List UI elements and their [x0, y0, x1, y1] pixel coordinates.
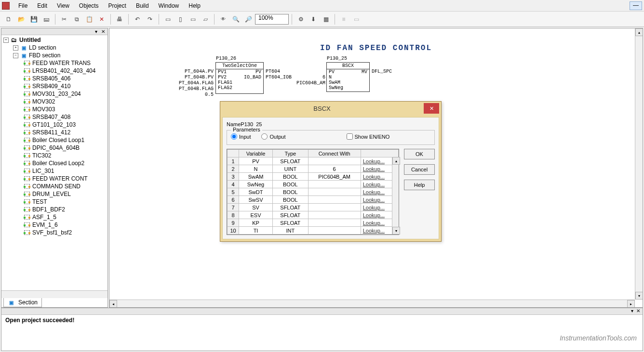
- dialog-titlebar[interactable]: BSCX ✕: [220, 102, 441, 115]
- tile-v-icon[interactable]: ▭: [187, 13, 199, 25]
- tree-item[interactable]: FEED WATER TRANS: [2, 59, 107, 67]
- cell-variable[interactable]: SwDT: [239, 188, 273, 196]
- table-row[interactable]: 8ESVSFLOATLookup...: [228, 211, 399, 219]
- cell-variable[interactable]: N: [239, 165, 273, 173]
- fb-block-bscx[interactable]: P130_25 BSCX PVMV N SwAM SwNeg: [326, 62, 370, 92]
- menu-view[interactable]: View: [52, 1, 74, 10]
- tree-item[interactable]: LIC_301: [2, 167, 107, 175]
- cell-type[interactable]: BOOL: [273, 173, 309, 181]
- scroll-down-icon[interactable]: ▾: [635, 292, 643, 300]
- cell-variable[interactable]: SwSV: [239, 196, 273, 204]
- panel-close-icon[interactable]: ✕: [635, 308, 642, 314]
- col-connect[interactable]: Connect With: [308, 150, 361, 157]
- cell-variable[interactable]: PV: [239, 157, 273, 165]
- tree-item[interactable]: LRSB401_402_403_404: [2, 67, 107, 75]
- cell-type[interactable]: SFLOAT: [273, 211, 309, 219]
- zoom-in-icon[interactable]: 🔍: [230, 13, 242, 25]
- sidebar-hscrollbar[interactable]: [1, 290, 107, 298]
- tree-item[interactable]: EVM_1_6: [2, 221, 107, 229]
- cell-connect[interactable]: [308, 196, 361, 204]
- cell-variable[interactable]: SwNeg: [239, 181, 273, 188]
- cell-connect[interactable]: PIC604B_AM: [308, 173, 361, 181]
- help-button[interactable]: Help: [404, 180, 435, 190]
- cell-type[interactable]: SFLOAT: [273, 219, 309, 227]
- tree-item[interactable]: SRSB405_406: [2, 75, 107, 82]
- cell-type[interactable]: UINT: [273, 165, 309, 173]
- tree-item[interactable]: MOV302: [2, 98, 107, 105]
- col-type[interactable]: Type: [273, 150, 309, 157]
- expand-icon[interactable]: −: [3, 38, 9, 43]
- cell-connect[interactable]: [308, 219, 361, 227]
- radio-input-control[interactable]: [231, 133, 237, 140]
- fb-block-twoselectone[interactable]: P130_26 TwoSelectOne PV1PV PV2IO_BAD FLA…: [215, 62, 264, 94]
- cell-variable[interactable]: KP: [239, 219, 273, 227]
- tree-item[interactable]: FEED WATER CONT: [2, 175, 107, 183]
- checkbox-eno-control[interactable]: [347, 133, 353, 140]
- scroll-right-icon[interactable]: ▸: [627, 300, 635, 308]
- undo-icon[interactable]: ↶: [132, 13, 143, 25]
- tree-item[interactable]: DRUM_LEVEL: [2, 190, 107, 198]
- cell-type[interactable]: BOOL: [273, 188, 309, 196]
- minimize-button[interactable]: —: [630, 1, 642, 10]
- monitor-icon[interactable]: ▦: [320, 13, 332, 25]
- tree-item[interactable]: DPIC_604A_604B: [2, 144, 107, 152]
- sidebar-close-icon[interactable]: ✕: [100, 29, 107, 34]
- scroll-left-icon[interactable]: ◂: [109, 300, 117, 308]
- tree-item[interactable]: SVF_bsf1_bsf2: [2, 229, 107, 236]
- scroll-down-icon[interactable]: ▾: [392, 227, 400, 235]
- tree-item[interactable]: Boiler Closed Loop2: [2, 159, 107, 167]
- col-variable[interactable]: Variable: [239, 150, 273, 157]
- checkbox-show-eno[interactable]: Show EN/ENO: [347, 133, 390, 140]
- cell-connect[interactable]: [308, 204, 361, 211]
- cell-type[interactable]: BOOL: [273, 181, 309, 188]
- find-icon[interactable]: 👁: [217, 13, 229, 25]
- table-row[interactable]: 3SwAMBOOLPIC604B_AMLookup...: [228, 173, 399, 181]
- tree-item[interactable]: BDF1_BDF2: [2, 206, 107, 213]
- cell-type[interactable]: SFLOAT: [273, 204, 309, 211]
- tree-section-ld[interactable]: + ▣ LD section: [2, 44, 107, 52]
- zoom-combo[interactable]: 100%: [255, 14, 289, 25]
- grid-vscrollbar[interactable]: ▴ ▾: [392, 157, 399, 235]
- table-row[interactable]: 4SwNegBOOLLookup...: [228, 181, 399, 188]
- tree-section-fbd[interactable]: − ▣ FBD section: [2, 52, 107, 59]
- parameters-grid[interactable]: Variable Type Connect With 1PVSFLOATLook…: [227, 149, 399, 235]
- tree-item[interactable]: ASF_1_5: [2, 213, 107, 221]
- open-icon[interactable]: 📂: [15, 13, 27, 25]
- cell-connect[interactable]: [308, 188, 361, 196]
- menu-help[interactable]: Help: [184, 1, 205, 10]
- tree-item[interactable]: MOV301_203_204: [2, 90, 107, 98]
- scroll-up-icon[interactable]: ▴: [392, 157, 400, 165]
- tree-item[interactable]: COMMAND SEND: [2, 183, 107, 190]
- cascade-icon[interactable]: ▱: [200, 13, 211, 25]
- menu-project[interactable]: Project: [104, 1, 131, 10]
- download-icon[interactable]: ⬇: [308, 13, 319, 25]
- cancel-button[interactable]: Cancel: [404, 164, 435, 175]
- cut-icon[interactable]: ✂: [58, 13, 70, 25]
- cell-connect[interactable]: 6: [308, 165, 361, 173]
- copy-icon[interactable]: ⧉: [71, 13, 82, 25]
- dialog-close-button[interactable]: ✕: [424, 103, 439, 114]
- tree-item[interactable]: GT101_102_103: [2, 121, 107, 129]
- tool-a-icon[interactable]: ≡: [338, 13, 349, 25]
- ok-button[interactable]: OK: [404, 149, 435, 159]
- cell-connect[interactable]: [308, 157, 361, 165]
- canvas-vscrollbar[interactable]: ▴ ▾: [635, 28, 643, 300]
- cell-variable[interactable]: TI: [239, 227, 273, 235]
- expand-icon[interactable]: −: [13, 53, 18, 58]
- cell-variable[interactable]: SwAM: [239, 173, 273, 181]
- save-icon[interactable]: 💾: [28, 13, 40, 25]
- cell-connect[interactable]: [308, 181, 361, 188]
- cell-type[interactable]: SFLOAT: [273, 157, 309, 165]
- paste-icon[interactable]: 📋: [83, 13, 95, 25]
- table-row[interactable]: 1PVSFLOATLookup...: [228, 157, 399, 165]
- save-all-icon[interactable]: 🖴: [40, 13, 52, 25]
- tree-root[interactable]: − 🗂 Untitled: [2, 36, 107, 44]
- sidebar-pin-icon[interactable]: ▾: [94, 29, 99, 34]
- tree-item[interactable]: SRSB411_412: [2, 129, 107, 136]
- panel-pin-icon[interactable]: ▾: [630, 308, 635, 314]
- delete-icon[interactable]: ✕: [96, 13, 107, 25]
- cell-connect[interactable]: [308, 227, 361, 235]
- table-row[interactable]: 2NUINT6Lookup...: [228, 165, 399, 173]
- expand-icon[interactable]: +: [13, 45, 18, 51]
- scroll-up-icon[interactable]: ▴: [635, 28, 643, 36]
